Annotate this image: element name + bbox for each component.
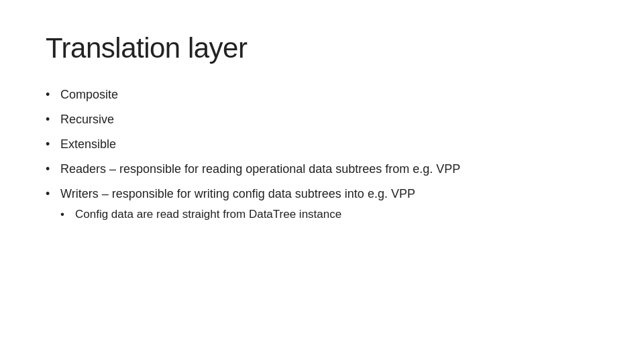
list-item-composite: • Composite bbox=[46, 86, 598, 104]
bullet-text: Extensible bbox=[60, 135, 598, 154]
list-item-recursive: • Recursive bbox=[46, 111, 598, 129]
bullet-text: Composite bbox=[60, 86, 598, 104]
bullet-dot: • bbox=[46, 160, 60, 178]
bullet-text: Recursive bbox=[60, 111, 598, 129]
slide-title: Translation layer bbox=[46, 32, 598, 64]
list-item-writers: • Writers – responsible for writing conf… bbox=[46, 185, 598, 223]
list-item-readers: • Readers – responsible for reading oper… bbox=[46, 160, 598, 178]
list-item-extensible: • Extensible bbox=[46, 135, 598, 154]
bullet-text: Readers – responsible for reading operat… bbox=[60, 160, 598, 178]
bullet-list: • Composite • Recursive • Extensible • R… bbox=[46, 86, 598, 223]
sub-bullet-text: Config data are read straight from DataT… bbox=[75, 206, 341, 223]
list-item-config-data: • Config data are read straight from Dat… bbox=[46, 206, 341, 223]
slide: Translation layer • Composite • Recursiv… bbox=[0, 0, 644, 362]
bullet-text: Writers – responsible for writing config… bbox=[60, 185, 598, 203]
bullet-dot: • bbox=[46, 135, 60, 154]
sub-bullet-dot: • bbox=[60, 206, 75, 223]
sub-bullet-list: • Config data are read straight from Dat… bbox=[46, 206, 341, 223]
bullet-dot: • bbox=[46, 86, 60, 104]
bullet-dot: • bbox=[46, 185, 60, 203]
bullet-dot: • bbox=[46, 111, 60, 129]
